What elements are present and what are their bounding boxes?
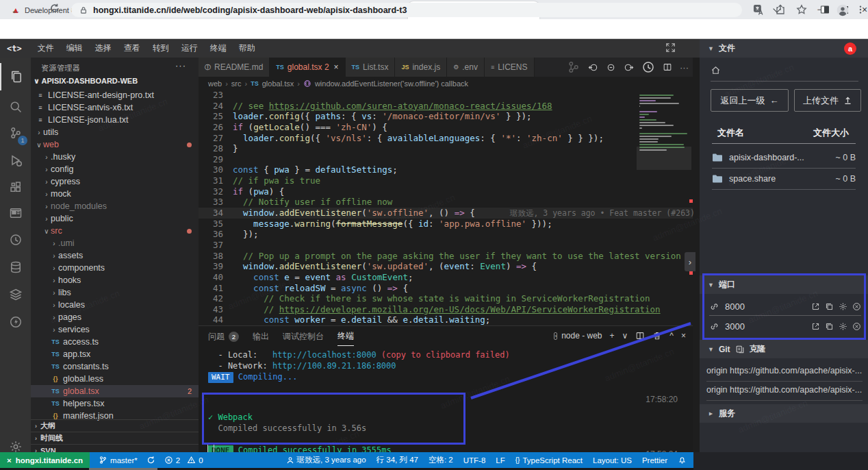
status-item-UTF-8[interactable]: UTF-8 xyxy=(463,456,486,465)
explorer-section-大纲[interactable]: ›大纲 xyxy=(31,419,199,432)
tree-item-mock[interactable]: ›mock xyxy=(31,188,199,200)
menu-查看[interactable]: 查看 xyxy=(118,42,146,54)
menu-运行[interactable]: 运行 xyxy=(175,42,204,54)
tree-item-LICENSE-json.lua.txt[interactable]: ≡LICENSE-json.lua.txt xyxy=(31,114,199,126)
tree-item-LICENSE-ant-design-pro.txt[interactable]: ≡LICENSE-ant-design-pro.txt xyxy=(31,89,199,101)
activitybar-layers-icon[interactable] xyxy=(0,281,31,308)
remove-port-icon[interactable] xyxy=(852,322,861,331)
terminal-dropdown-icon[interactable]: ∨ xyxy=(622,331,628,341)
breadcrumb-segment[interactable]: global.tsx xyxy=(262,79,294,88)
tree-item-node_modules[interactable]: ›node_modules xyxy=(31,200,199,212)
copy-icon[interactable] xyxy=(825,302,834,311)
browser-forward-button[interactable]: → xyxy=(29,3,44,18)
services-panel-header[interactable]: ▼ 服务 xyxy=(700,404,868,423)
tree-item-LICENSE-antvis-x6.txt[interactable]: ≡LICENSE-antvis-x6.txt xyxy=(31,101,199,114)
maximize-panel-icon[interactable]: ^ xyxy=(669,331,674,341)
activitybar-preview-icon[interactable] xyxy=(0,199,31,227)
bookmark-star-icon[interactable] xyxy=(796,4,808,16)
git-branch-indicator[interactable]: master* xyxy=(99,456,138,465)
breadcrumb[interactable]: web›src›TSglobal.tsx›window.addEventList… xyxy=(208,77,468,90)
browser-menu-icon[interactable] xyxy=(856,4,868,16)
explorer-root-folder[interactable]: ∨ APISIX-DASHBOARD-WEB xyxy=(34,77,138,86)
nav-current-icon[interactable] xyxy=(606,62,616,73)
open-external-icon[interactable] xyxy=(811,322,820,331)
editor-tab-README.md[interactable]: ⓘREADME.md xyxy=(199,58,270,77)
tab-close-icon[interactable]: × xyxy=(334,62,339,72)
files-panel-header[interactable]: ▼ 文件 xyxy=(700,39,868,58)
explorer-section-时间线[interactable]: ›时间线 xyxy=(31,432,199,444)
activitybar-search-icon[interactable] xyxy=(0,93,31,121)
editor-tab-List.tsx[interactable]: TSList.tsx xyxy=(346,58,396,77)
shell-name[interactable]: node - web xyxy=(561,331,602,341)
split-editor-icon[interactable] xyxy=(663,62,672,72)
tree-item-public[interactable]: ›public xyxy=(31,212,199,225)
explorer-more-icon[interactable]: ··· xyxy=(175,60,186,71)
activitybar-clock-icon[interactable] xyxy=(0,226,31,253)
open-external-icon[interactable] xyxy=(811,302,820,311)
tree-item-access.ts[interactable]: TSaccess.ts xyxy=(31,336,199,348)
side-panel-icon[interactable] xyxy=(819,4,832,16)
remove-port-icon[interactable] xyxy=(852,302,861,311)
breadcrumb-segment[interactable]: src xyxy=(231,79,242,88)
tree-item-global.tsx[interactable]: TSglobal.tsx2 xyxy=(31,385,199,397)
status-item-LF[interactable]: LF xyxy=(496,456,505,465)
nav-forward-icon[interactable] xyxy=(624,62,634,73)
file-row-space.share[interactable]: space.share~ 0 B xyxy=(712,169,856,190)
new-terminal-icon[interactable]: + xyxy=(610,331,615,341)
tree-item-cypress[interactable]: ›cypress xyxy=(31,175,199,188)
tree-item-helpers.tsx[interactable]: TShelpers.tsx xyxy=(31,397,199,410)
menu-编辑[interactable]: 编辑 xyxy=(60,42,89,54)
tree-item-.husky[interactable]: ›.husky xyxy=(31,151,199,163)
share-icon[interactable] xyxy=(775,4,787,16)
status-item-Prettier[interactable]: Prettier xyxy=(642,456,667,465)
fullscreen-icon[interactable] xyxy=(665,42,676,53)
menu-转到[interactable]: 转到 xyxy=(146,42,175,54)
code-view[interactable]: 2324// see https://github.com/suren-atoy… xyxy=(199,90,693,325)
activitybar-scm-icon[interactable]: 1 xyxy=(0,119,31,147)
tree-item-src[interactable]: ∨src xyxy=(31,225,199,237)
tree-item-web[interactable]: ∨web xyxy=(31,138,199,151)
activitybar-bolt-icon[interactable] xyxy=(0,308,31,336)
problems-indicator[interactable]: 2 0 xyxy=(164,456,203,465)
menu-文件[interactable]: 文件 xyxy=(31,42,60,54)
split-terminal-icon[interactable] xyxy=(635,331,645,341)
ports-panel-header[interactable]: ▼ 端口 xyxy=(700,275,868,294)
status-item-TypeScript-React[interactable]: {}TypeScript React xyxy=(515,456,583,465)
tree-item-app.tsx[interactable]: TSapp.tsx xyxy=(31,348,199,360)
minimap-slider[interactable] xyxy=(637,147,691,170)
close-panel-icon[interactable]: × xyxy=(681,331,686,341)
git-panel-header[interactable]: ▼ Git 克隆 xyxy=(700,340,868,358)
terminal-output[interactable]: - Local: http://localhost:8000 (copy to … xyxy=(208,349,687,456)
upload-button[interactable]: 上传文件 xyxy=(794,89,861,112)
url-bar[interactable]: hongxi.titanide.cn/ide/web/coding/apisix… xyxy=(71,3,742,17)
tree-item-config[interactable]: ›config xyxy=(31,163,199,175)
tree-item-utils[interactable]: ›utils xyxy=(31,126,199,138)
status-item-Layout-US[interactable]: Layout: US xyxy=(593,456,632,465)
browser-back-button[interactable]: ← xyxy=(8,3,23,18)
terminal-tab-终端[interactable]: 终端 xyxy=(337,330,354,346)
editor-tab-index.js[interactable]: JSindex.js xyxy=(395,58,447,77)
activitybar-files-icon[interactable] xyxy=(0,63,31,90)
editor-tab-global.tsx[interactable]: TSglobal.tsx 2× xyxy=(270,58,345,77)
file-row-apisix-dashboard-...[interactable]: apisix-dashboard-...~ 0 B xyxy=(712,147,856,169)
tree-item-hooks[interactable]: ›hooks xyxy=(31,274,199,286)
port-row-8000[interactable]: 8000 xyxy=(709,297,861,316)
tree-item-libs[interactable]: ›libs xyxy=(31,286,199,299)
breadcrumb-segment[interactable]: window.addEventListener('sw.offline') ca… xyxy=(315,79,468,88)
explorer-section-SVN[interactable]: ›SVN xyxy=(31,444,199,452)
profile-avatar[interactable] xyxy=(837,4,849,16)
menu-选择[interactable]: 选择 xyxy=(89,42,118,54)
menu-帮助[interactable]: 帮助 xyxy=(233,42,261,54)
activitybar-debug-icon[interactable] xyxy=(0,147,31,174)
copy-icon[interactable] xyxy=(825,322,834,331)
git-remote-row[interactable]: origin https://github.com/apache/apisix-… xyxy=(706,366,863,375)
more-actions-icon[interactable]: ··· xyxy=(680,62,689,73)
terminal-tab-问题[interactable]: 问题2 xyxy=(208,331,239,346)
translate-icon[interactable] xyxy=(753,4,765,16)
tree-item-components[interactable]: ›components xyxy=(31,262,199,274)
home-icon[interactable] xyxy=(711,65,721,75)
status-item-bell[interactable] xyxy=(678,456,687,465)
browser-reload-button[interactable] xyxy=(49,3,64,18)
activitybar-ext-icon[interactable] xyxy=(0,173,31,201)
status-item--2[interactable]: 空格: 2 xyxy=(429,455,453,465)
